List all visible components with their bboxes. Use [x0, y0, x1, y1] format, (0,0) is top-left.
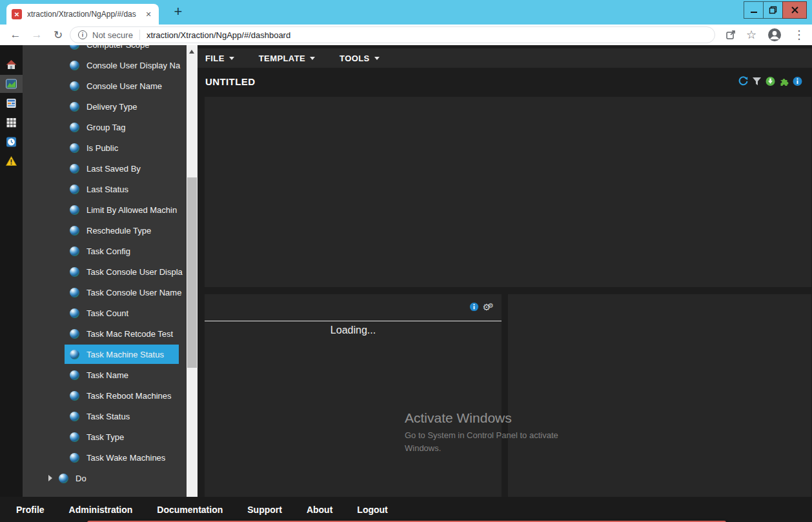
tree-item[interactable]: Last Saved By — [23, 158, 187, 179]
profile-avatar[interactable] — [767, 25, 782, 45]
reload-button[interactable]: ↻ — [50, 25, 66, 45]
browser-address-bar: ← → ↻ i Not secure xtraction/Xtraction/N… — [0, 25, 812, 45]
dashboard-component-loading: ⚙⚙ Loading... — [205, 294, 502, 497]
minimize-icon — [750, 6, 758, 14]
tree-item[interactable]: Delivery Type — [23, 96, 187, 117]
tree-item[interactable]: Task Name — [23, 365, 187, 385]
tree-item[interactable]: Do — [23, 468, 187, 488]
page-info-icon[interactable]: i — [78, 30, 87, 39]
menu-template[interactable]: TEMPLATE — [259, 54, 315, 63]
tree-item-label: Console User Name — [86, 81, 162, 91]
window-controls — [744, 1, 807, 19]
info-icon[interactable] — [792, 76, 803, 86]
close-icon — [791, 6, 799, 14]
data-field-sphere-icon — [70, 412, 79, 421]
url-field[interactable]: i Not secure xtraction/Xtraction/NgApp/#… — [70, 26, 715, 43]
footer-logout[interactable]: Logout — [357, 505, 387, 515]
data-field-sphere-icon — [70, 267, 79, 277]
filter-icon[interactable] — [751, 76, 762, 86]
menu-file[interactable]: FILE — [205, 54, 234, 63]
tree-item[interactable]: Task Wake Machines — [23, 447, 187, 468]
window-restore-button[interactable] — [763, 1, 783, 19]
footer-administration[interactable]: Administration — [69, 505, 133, 515]
new-tab-button[interactable]: + — [169, 1, 187, 22]
chevron-down-icon — [374, 57, 380, 60]
menu-template-label: TEMPLATE — [259, 54, 305, 63]
tree-item[interactable]: Last Status — [23, 179, 187, 199]
tab-close-icon[interactable]: ✕ — [143, 9, 154, 19]
rail-alerts-button[interactable] — [0, 152, 23, 170]
tree-item[interactable]: Task Mac Retcode Test — [23, 323, 187, 344]
settings-gears-icon[interactable]: ⚙⚙ — [482, 303, 494, 312]
data-field-sphere-icon — [70, 226, 79, 236]
rail-report-button[interactable] — [0, 94, 23, 112]
menu-tools[interactable]: TOOLS — [340, 54, 380, 63]
bookmark-star-icon[interactable]: ☆ — [744, 25, 759, 45]
tree-item[interactable]: Limit By Allowed Machin — [23, 199, 187, 220]
dashboard-menubar: FILE TEMPLATE TOOLS — [198, 48, 812, 68]
rail-dashboard-button[interactable] — [0, 75, 23, 93]
chevron-down-icon — [229, 57, 234, 60]
restore-icon — [769, 6, 777, 14]
export-down-icon[interactable] — [765, 76, 776, 86]
data-field-sphere-icon — [70, 143, 79, 153]
refresh-icon[interactable] — [738, 76, 749, 86]
tree-item-label: Task Config — [86, 246, 130, 256]
tree-item[interactable]: Task Status — [23, 406, 187, 427]
data-field-sphere-icon — [70, 102, 79, 112]
tree-item-label: Do — [76, 474, 86, 483]
tree-item-label: Task Count — [86, 308, 128, 318]
components-puzzle-icon[interactable] — [778, 76, 789, 86]
tree-item[interactable]: Task Type — [23, 427, 187, 447]
data-field-sphere-icon — [70, 350, 79, 359]
tree-item-label: Group Tag — [86, 123, 125, 132]
tree-item[interactable]: Console User Name — [23, 75, 187, 96]
url-text[interactable]: xtraction/Xtraction/NgApp/#/dashboard — [147, 30, 290, 40]
tree-item[interactable]: Task Reboot Machines — [23, 385, 187, 406]
data-field-sphere-icon — [59, 474, 68, 483]
scroll-up-arrow-icon[interactable] — [189, 50, 194, 54]
window-minimize-button[interactable] — [744, 1, 764, 19]
tree-item[interactable]: Task Machine Status — [23, 344, 187, 365]
tree-item[interactable]: Is Public — [23, 137, 187, 158]
tree-item[interactable]: Group Tag — [23, 117, 187, 137]
footer-profile[interactable]: Profile — [16, 505, 45, 515]
tree-item-label: Task Console User Displa — [86, 267, 183, 277]
data-field-sphere-icon — [70, 288, 79, 297]
menu-tools-label: TOOLS — [340, 54, 370, 63]
expand-arrow-icon[interactable] — [48, 475, 52, 481]
tree-item[interactable]: Task Config — [23, 241, 187, 261]
browser-menu-kebab-icon[interactable]: ⋮ — [791, 25, 807, 45]
scrollbar-thumb[interactable] — [187, 177, 197, 368]
footer-documentation[interactable]: Documentation — [157, 505, 223, 515]
tree-item[interactable]: Task Console User Name — [23, 282, 187, 303]
rail-home-button[interactable] — [0, 55, 23, 74]
rail-grid-button[interactable] — [0, 114, 23, 132]
tree-item[interactable]: Task Count — [23, 303, 187, 323]
tree-item-label: Task Machine Status — [86, 350, 164, 359]
tree-item[interactable]: Computer Scope — [23, 45, 187, 55]
info-icon[interactable] — [469, 302, 479, 312]
security-label[interactable]: Not secure — [92, 30, 133, 40]
tree-item[interactable]: Task Console User Displa — [23, 261, 187, 282]
forward-button[interactable]: → — [29, 25, 45, 45]
browser-tab[interactable]: ✕ xtraction/Xtraction/NgApp/#/das ✕ — [6, 4, 159, 25]
footer-support[interactable]: Support — [247, 505, 282, 515]
data-field-sphere-icon — [70, 81, 79, 91]
tree-item[interactable]: Console User Display Na — [23, 55, 187, 75]
footer-about[interactable]: About — [307, 505, 332, 515]
tree-item-label: Computer Scope — [86, 45, 150, 50]
tree-item-label: Is Public — [86, 143, 118, 153]
tree-item-label: Limit By Allowed Machin — [86, 205, 177, 215]
data-field-sphere-icon — [70, 246, 79, 256]
tree-scrollbar[interactable] — [187, 45, 198, 522]
open-in-new-icon[interactable] — [723, 25, 738, 45]
window-close-button[interactable] — [782, 1, 807, 19]
tree-item[interactable]: Reschedule Type — [23, 220, 187, 241]
divider — [139, 30, 140, 40]
data-field-sphere-icon — [70, 370, 79, 380]
rail-schedule-button[interactable] — [0, 133, 23, 151]
back-button[interactable]: ← — [8, 25, 23, 45]
data-field-sphere-icon — [70, 453, 79, 463]
home-icon — [5, 59, 17, 70]
